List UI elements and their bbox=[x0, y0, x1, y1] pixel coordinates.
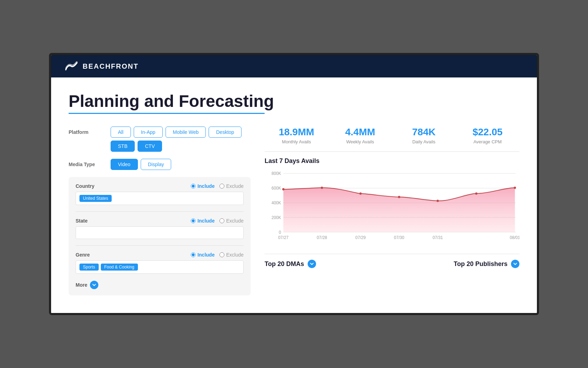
country-exclude-radio[interactable]: Exclude bbox=[219, 183, 244, 189]
state-label: State bbox=[76, 218, 88, 224]
stat-weekly-value: 4.4MM bbox=[328, 127, 392, 138]
chart-point-6 bbox=[475, 192, 477, 195]
chart-point-1 bbox=[282, 188, 284, 191]
stats-separator bbox=[265, 151, 519, 152]
dmas-chevron-icon bbox=[310, 262, 314, 266]
stat-avg-cpm: $22.05 Average CPM bbox=[456, 127, 519, 144]
stat-cpm-value: $22.05 bbox=[456, 127, 519, 138]
more-expand-button[interactable] bbox=[90, 281, 98, 289]
bottom-row: Top 20 DMAs Top 20 Publishers bbox=[265, 254, 519, 268]
genre-filter-header: Genre Include Exclude bbox=[76, 252, 244, 258]
platform-row: Platform All In-App Mobile Web Desktop S… bbox=[69, 127, 251, 152]
platform-label: Platform bbox=[69, 127, 104, 135]
filter-box: Country Include Exclude bbox=[69, 177, 251, 295]
state-input[interactable] bbox=[76, 226, 244, 239]
left-panel: Platform All In-App Mobile Web Desktop S… bbox=[69, 127, 251, 295]
chart-point-4 bbox=[398, 196, 400, 198]
right-panel: 18.9MM Monthly Avails 4.4MM Weekly Avail… bbox=[265, 127, 519, 295]
top-dmas-section: Top 20 DMAs bbox=[265, 260, 316, 268]
media-video-button[interactable]: Video bbox=[111, 159, 138, 170]
more-label: More bbox=[76, 282, 87, 288]
platform-stb-button[interactable]: STB bbox=[111, 141, 135, 152]
separator-1 bbox=[76, 211, 244, 212]
top-publishers-section: Top 20 Publishers bbox=[454, 260, 519, 268]
country-filter-section: Country Include Exclude bbox=[76, 183, 244, 205]
state-exclude-radio[interactable]: Exclude bbox=[219, 218, 244, 224]
svg-text:07/27: 07/27 bbox=[278, 235, 289, 240]
genre-tag-food: Food & Cooking bbox=[101, 264, 138, 271]
stat-daily-avails: 784K Daily Avails bbox=[392, 127, 456, 144]
screen-wrapper: BEACHFRONT Planning and Forecasting Plat… bbox=[49, 53, 539, 315]
country-input[interactable]: United States bbox=[76, 192, 244, 205]
beachfront-logo-icon bbox=[65, 61, 78, 71]
platform-mobileweb-button[interactable]: Mobile Web bbox=[166, 127, 206, 138]
top-publishers-label: Top 20 Publishers bbox=[454, 260, 507, 268]
chart-area-fill bbox=[284, 188, 515, 232]
svg-text:600K: 600K bbox=[272, 186, 281, 191]
brand-name: BEACHFRONT bbox=[83, 62, 139, 70]
stat-weekly-label: Weekly Avails bbox=[328, 139, 392, 144]
stat-cpm-label: Average CPM bbox=[456, 139, 519, 144]
top-dmas-label: Top 20 DMAs bbox=[265, 260, 304, 268]
genre-exclude-radio[interactable]: Exclude bbox=[219, 252, 244, 258]
svg-text:200K: 200K bbox=[272, 215, 281, 220]
stat-daily-value: 784K bbox=[392, 127, 456, 138]
svg-text:400K: 400K bbox=[272, 200, 281, 205]
svg-text:800K: 800K bbox=[272, 171, 281, 176]
state-filter-section: State Include Exclude bbox=[76, 218, 244, 239]
chart-point-7 bbox=[514, 186, 516, 189]
platform-inapp-button[interactable]: In-App bbox=[134, 127, 163, 138]
media-display-button[interactable]: Display bbox=[141, 159, 172, 170]
stat-daily-label: Daily Avails bbox=[392, 139, 456, 144]
title-underline bbox=[69, 113, 265, 114]
stat-monthly-avails: 18.9MM Monthly Avails bbox=[265, 127, 328, 144]
chart-point-3 bbox=[359, 192, 362, 195]
platform-desktop-button[interactable]: Desktop bbox=[209, 127, 241, 138]
genre-filter-section: Genre Include Exclude bbox=[76, 252, 244, 274]
svg-text:07/30: 07/30 bbox=[394, 235, 405, 240]
genre-label: Genre bbox=[76, 252, 90, 258]
country-tag-us: United States bbox=[79, 195, 112, 202]
svg-text:08/01: 08/01 bbox=[510, 235, 519, 240]
platform-btn-group: All In-App Mobile Web Desktop STB CTV bbox=[111, 127, 251, 152]
genre-include-radio[interactable]: Include bbox=[191, 252, 215, 258]
dmas-expand-button[interactable] bbox=[308, 260, 316, 268]
stat-monthly-label: Monthly Avails bbox=[265, 139, 328, 144]
genre-tag-sports: Sports bbox=[79, 264, 99, 271]
chart-point-5 bbox=[436, 200, 439, 202]
stat-monthly-value: 18.9MM bbox=[265, 127, 328, 138]
state-filter-header: State Include Exclude bbox=[76, 218, 244, 224]
svg-text:07/29: 07/29 bbox=[355, 235, 366, 240]
platform-all-button[interactable]: All bbox=[111, 127, 131, 138]
chart-point-2 bbox=[321, 186, 323, 189]
genre-input[interactable]: Sports Food & Cooking bbox=[76, 260, 244, 274]
media-type-row: Media Type Video Display bbox=[69, 159, 251, 170]
stat-weekly-avails: 4.4MM Weekly Avails bbox=[328, 127, 392, 144]
country-include-radio[interactable]: Include bbox=[191, 183, 215, 189]
media-type-label: Media Type bbox=[69, 159, 104, 167]
header: BEACHFRONT bbox=[51, 55, 537, 77]
state-radio-group: Include Exclude bbox=[191, 218, 244, 224]
separator-2 bbox=[76, 245, 244, 246]
svg-text:07/31: 07/31 bbox=[433, 235, 443, 240]
page-title: Planning and Forecasting bbox=[69, 91, 519, 111]
country-filter-header: Country Include Exclude bbox=[76, 183, 244, 189]
country-radio-group: Include Exclude bbox=[191, 183, 244, 189]
main-content: Planning and Forecasting Platform All In… bbox=[51, 77, 537, 313]
media-type-btn-group: Video Display bbox=[111, 159, 171, 170]
more-row: More bbox=[76, 281, 244, 289]
avails-chart: 800K 600K 400K 200K 0 bbox=[265, 170, 519, 247]
publishers-expand-button[interactable] bbox=[511, 260, 519, 268]
genre-radio-group: Include Exclude bbox=[191, 252, 244, 258]
svg-text:0: 0 bbox=[279, 230, 281, 234]
country-label: Country bbox=[76, 183, 94, 189]
platform-ctv-button[interactable]: CTV bbox=[138, 141, 162, 152]
publishers-chevron-icon bbox=[513, 262, 517, 266]
svg-text:07/28: 07/28 bbox=[317, 235, 327, 240]
chart-title: Last 7 Days Avails bbox=[265, 157, 519, 165]
stats-row: 18.9MM Monthly Avails 4.4MM Weekly Avail… bbox=[265, 127, 519, 144]
two-col-layout: Platform All In-App Mobile Web Desktop S… bbox=[69, 127, 519, 295]
chevron-down-icon bbox=[92, 283, 96, 287]
chart-area: 800K 600K 400K 200K 0 bbox=[265, 170, 519, 247]
state-include-radio[interactable]: Include bbox=[191, 218, 215, 224]
